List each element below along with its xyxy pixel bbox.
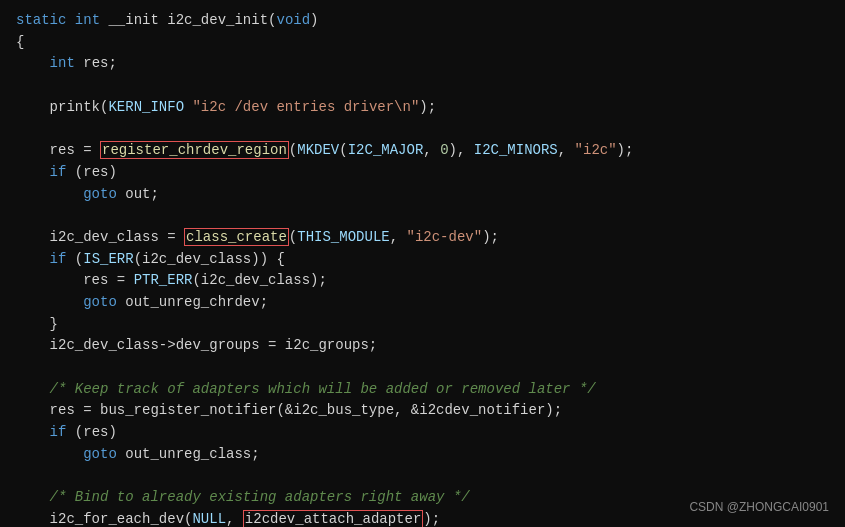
code-line-13: i2c_dev_class->dev_groups = i2c_groups; [16, 335, 829, 357]
code-line-7: goto out; [16, 184, 829, 206]
code-editor: static int __init i2c_dev_init(void) { i… [0, 0, 845, 527]
code-line-5: res = register_chrdev_region(MKDEV(I2C_M… [16, 140, 829, 162]
code-line-blank2 [16, 118, 829, 140]
code-line-12: } [16, 314, 829, 336]
code-line-blank1 [16, 75, 829, 97]
code-line-4: printk(KERN_INFO "i2c /dev entries drive… [16, 97, 829, 119]
code-line-10: res = PTR_ERR(i2c_dev_class); [16, 270, 829, 292]
code-line-3: int res; [16, 53, 829, 75]
code-line-6: if (res) [16, 162, 829, 184]
code-line-2: { [16, 32, 829, 54]
code-line-blank5 [16, 465, 829, 487]
code-line-blank3 [16, 205, 829, 227]
code-line-15: res = bus_register_notifier(&i2c_bus_typ… [16, 400, 829, 422]
code-line-1: static int __init i2c_dev_init(void) [16, 10, 829, 32]
code-line-9: if (IS_ERR(i2c_dev_class)) { [16, 249, 829, 271]
code-line-8: i2c_dev_class = class_create(THIS_MODULE… [16, 227, 829, 249]
code-line-17: goto out_unreg_class; [16, 444, 829, 466]
code-line-blank4 [16, 357, 829, 379]
code-line-11: goto out_unreg_chrdev; [16, 292, 829, 314]
watermark: CSDN @ZHONGCAI0901 [689, 498, 829, 517]
code-line-14: /* Keep track of adapters which will be … [16, 379, 829, 401]
code-line-16: if (res) [16, 422, 829, 444]
